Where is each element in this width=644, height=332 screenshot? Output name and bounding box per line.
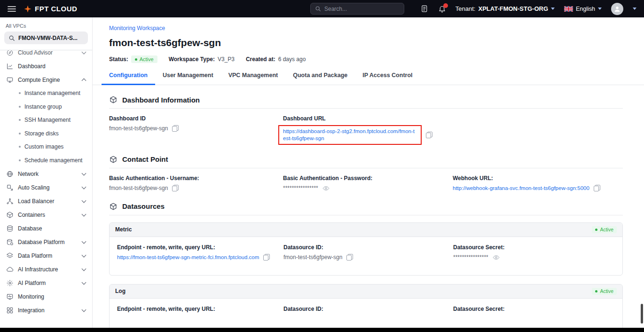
bell-icon[interactable]	[438, 5, 446, 13]
section-title: Contact Point	[122, 155, 168, 163]
logo-star-icon	[24, 5, 32, 13]
sidebar-item-label: Containers	[18, 212, 45, 218]
search-placeholder: Search...	[324, 6, 347, 12]
copy-icon[interactable]	[426, 132, 432, 138]
sidebar-item-database[interactable]: Database	[0, 221, 92, 235]
sidebar-item-monitoring[interactable]: Monitoring	[0, 290, 92, 303]
datasource-card-header: Metric Active	[110, 223, 622, 237]
sidebar-item-auto-scaling[interactable]: Auto Scaling	[0, 181, 92, 194]
sidebar-item-cloud-advisor[interactable]: Cloud Advisor	[0, 46, 92, 59]
topbar-search-input[interactable]: Search...	[310, 3, 404, 15]
section-dashboard-information: Dashboard Information Dashboard ID fmon-…	[109, 95, 623, 145]
green-dot-icon	[595, 229, 597, 231]
tab-user-management[interactable]: User Management	[155, 72, 221, 85]
chevron-down-icon	[82, 266, 86, 271]
dashboard-id-value: fmon-test-ts6gfpew-sgn	[109, 125, 168, 132]
sidebar-item-database-platform[interactable]: Database Platform	[0, 235, 92, 249]
chevron-down-icon[interactable]	[633, 8, 636, 10]
monitor-icon	[6, 76, 14, 84]
sidebar-item-data-platform[interactable]: Data Platform	[0, 249, 92, 262]
brand-logo[interactable]: FPT CLOUD	[24, 5, 77, 13]
sidebar-subitem-storage-disks[interactable]: Storage disks	[0, 127, 92, 141]
bullet-icon	[19, 159, 21, 161]
all-vpcs-label: All VPCs	[0, 17, 92, 32]
compass-icon	[6, 49, 14, 56]
eye-icon[interactable]	[493, 254, 500, 261]
uk-flag-icon	[564, 6, 573, 12]
tabbar: Configuration User Management VPC Manage…	[93, 72, 644, 85]
grid-icon	[6, 307, 14, 314]
status-value: Active	[600, 288, 613, 294]
tenant-label: Tenant:	[456, 5, 476, 12]
dashboard-url-link[interactable]: https://dashboard-osp-2-stg2.fmon.fptclo…	[283, 128, 417, 142]
sidebar-subitem-ssh-management[interactable]: SSH Management	[0, 113, 92, 127]
datasource-name: Metric	[115, 226, 132, 233]
sidebar-subitem-label: Storage disks	[24, 130, 59, 137]
tab-ip-access-control[interactable]: IP Access Control	[355, 72, 420, 85]
sidebar-item-label: Cloud Advisor	[18, 49, 53, 56]
tab-configuration[interactable]: Configuration	[102, 72, 155, 85]
sidebar-item-dashboard[interactable]: Dashboard	[0, 59, 92, 73]
datasource-card-metric: Metric Active Endpoint - remote, write, …	[109, 222, 623, 276]
scrollbar-thumb[interactable]	[641, 304, 643, 324]
chevron-down-icon	[551, 8, 555, 10]
database-icon	[6, 225, 14, 232]
sidebar-subitem-schedule-management[interactable]: Schedule management	[0, 154, 92, 167]
sidebar-item-compute-engine[interactable]: Compute Engine	[0, 73, 92, 87]
field-webhook-url: Webhook URL: http://webhook-grafana-svc.…	[453, 175, 623, 191]
copy-icon[interactable]	[263, 254, 270, 261]
sidebar-item-ai-infrastructure[interactable]: AI Infrastructure	[0, 262, 92, 276]
field-basic-auth-password: Basic Authentication - Password: *******…	[283, 175, 453, 192]
copy-icon[interactable]	[172, 185, 179, 191]
user-avatar[interactable]	[611, 3, 623, 15]
tab-vpc-management[interactable]: VPC Management	[221, 72, 286, 85]
field-label: Webhook URL:	[453, 175, 623, 182]
sidebar-item-containers[interactable]: Containers	[0, 208, 92, 221]
field-datasource-secret: Datasource Secret: ****************	[453, 244, 615, 261]
status-badge: Active	[592, 288, 617, 295]
datasource-card-header: Log Active	[110, 285, 622, 299]
field-datasource-id: Datasource ID:	[283, 306, 453, 312]
page-title: fmon-test-ts6gfpew-sgn	[109, 37, 623, 48]
sidebar-item-label: Data Platform	[18, 253, 52, 259]
status-value: Active	[140, 56, 154, 62]
tenant-value: XPLAT-FMON-STG-ORG	[478, 5, 548, 12]
field-label: Endpoint - remote, write, query URL:	[117, 306, 283, 312]
scale-icon	[6, 184, 14, 191]
divider	[109, 108, 623, 109]
sidebar-item-label: Database Platform	[18, 239, 64, 245]
sidebar-subitem-instance-management[interactable]: Instance management	[0, 87, 92, 100]
vpc-search-input[interactable]: FMON-VMW-DATA-S...	[4, 32, 88, 44]
eye-icon[interactable]	[322, 185, 330, 192]
webhook-url-link[interactable]: http://webhook-grafana-svc.fmon-test-ts6…	[453, 185, 589, 191]
tab-quota-and-package[interactable]: Quota and Package	[285, 72, 355, 85]
copy-icon[interactable]	[594, 185, 600, 191]
cube-icon	[109, 202, 118, 211]
form-icon[interactable]	[421, 5, 429, 13]
section-title: Datasources	[122, 202, 165, 210]
sidebar-subitem-custom-images[interactable]: Custom images	[0, 140, 92, 154]
sidebar-item-label: Dashboard	[18, 63, 46, 70]
copy-icon[interactable]	[172, 125, 179, 132]
sidebar-item-network[interactable]: Network	[0, 167, 92, 181]
status-value: Active	[600, 227, 613, 232]
sidebar-item-ai-platform[interactable]: AI Platform	[0, 276, 92, 290]
menu-icon[interactable]	[8, 6, 16, 12]
section-title: Dashboard Information	[122, 96, 200, 104]
sidebar-item-load-balancer[interactable]: Load Balancer	[0, 194, 92, 208]
cube-icon	[109, 95, 118, 104]
copy-icon[interactable]	[346, 254, 353, 261]
chevron-down-icon	[82, 49, 86, 54]
breadcrumb[interactable]: Monitoring Workspace	[109, 25, 165, 32]
endpoint-url-link[interactable]: https://fmon-test-ts6gfpew-sgn-metric-fc…	[117, 254, 259, 260]
sidebar-item-label: Database	[18, 225, 42, 232]
tenant-selector[interactable]: Tenant: XPLAT-FMON-STG-ORG	[456, 5, 555, 12]
sidebar-item-integration[interactable]: Integration	[0, 303, 92, 317]
sidebar: All VPCs FMON-VMW-DATA-S... Cloud Adviso…	[0, 17, 93, 328]
green-dot-icon	[595, 290, 597, 292]
language-selector[interactable]: English	[564, 6, 602, 12]
sidebar-item-label: Auto Scaling	[18, 184, 49, 191]
sidebar-subitem-instance-group[interactable]: Instance group	[0, 100, 92, 114]
sidebar-subitem-label: Schedule management	[24, 157, 82, 164]
workspace-meta-row: Status: Active Workspace Type: V3_P3 Cre…	[109, 55, 623, 63]
